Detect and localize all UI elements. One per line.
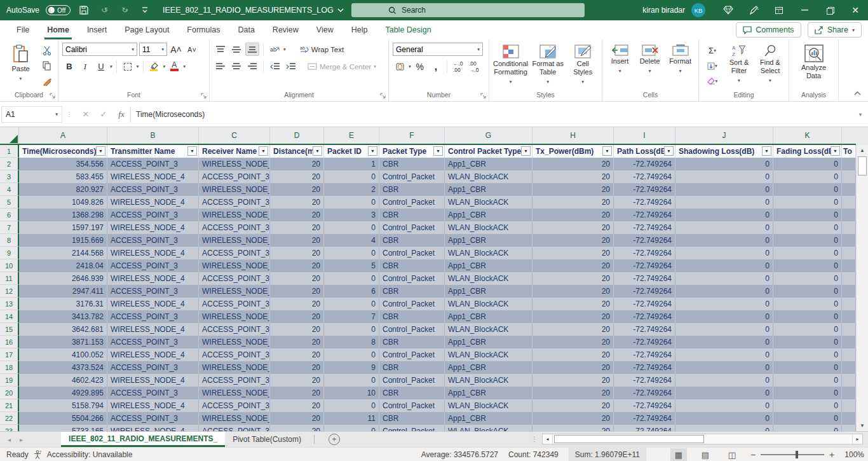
cell-D23[interactable]: 20 (270, 425, 324, 431)
filter-dropdown-icon[interactable]: ▼ (831, 146, 840, 156)
cell-B2[interactable]: ACCESS_POINT_3 (107, 158, 199, 170)
cell-G12[interactable]: App1_CBR (445, 285, 532, 298)
borders-button[interactable] (121, 60, 135, 73)
sheet-tab-pivot-table-custom[interactable]: Pivot Table(Custom) (225, 432, 309, 447)
cell-K5[interactable]: 0 (773, 196, 842, 209)
cell-A7[interactable]: 1597.197 (19, 221, 107, 234)
cell-A16[interactable]: 3871.153 (19, 336, 107, 348)
document-title[interactable]: IEEE_802_11_RADIO_MEASUREMENTS_LOG (163, 0, 344, 20)
cell-E14[interactable]: 7 (324, 310, 379, 323)
tab-view[interactable]: View (308, 20, 342, 39)
align-left-icon[interactable] (214, 60, 227, 73)
column-header-J[interactable]: J (675, 127, 773, 144)
expand-formula-bar-chevron[interactable]: ▾ (853, 111, 868, 118)
cell-K11[interactable]: 0 (773, 272, 842, 285)
cell-F11[interactable]: Control_Packet (379, 272, 445, 285)
cell-H9[interactable]: 20 (532, 247, 614, 259)
cell-F9[interactable]: Control_Packet (379, 247, 445, 259)
cell-I7[interactable]: -72.749264 (614, 221, 675, 234)
cell-E3[interactable]: 0 (324, 170, 379, 183)
cell-H13[interactable]: 20 (532, 298, 614, 310)
cell-partial-2[interactable] (842, 158, 856, 170)
collapse-ribbon-chevron[interactable] (854, 91, 862, 97)
cell-A4[interactable]: 820.927 (19, 183, 107, 196)
quick-access-customize-icon[interactable] (138, 3, 152, 17)
autosum-button[interactable]: Σ▾ (703, 44, 722, 57)
row-number-7[interactable]: 7 (0, 221, 19, 234)
cell-B21[interactable]: WIRELESS_NODE_4 (107, 399, 199, 412)
cell-J3[interactable]: 0 (675, 170, 773, 183)
cell-B15[interactable]: WIRELESS_NODE_4 (107, 323, 199, 336)
cell-D5[interactable]: 20 (270, 196, 324, 209)
cell-D8[interactable]: 20 (270, 234, 324, 247)
tab-page-layout[interactable]: Page Layout (116, 20, 178, 39)
cell-D13[interactable]: 20 (270, 298, 324, 310)
accounting-format-button[interactable] (393, 60, 407, 73)
cell-D3[interactable]: 20 (270, 170, 324, 183)
cell-I8[interactable]: -72.749264 (614, 234, 675, 247)
cell-G9[interactable]: WLAN_BlockACK (445, 247, 532, 259)
cell-C2[interactable]: WIRELESS_NODE_4 (199, 158, 270, 170)
cell-partial-19[interactable] (842, 374, 856, 387)
cell-G16[interactable]: App1_CBR (445, 336, 532, 348)
cell-C14[interactable]: WIRELESS_NODE_4 (199, 310, 270, 323)
cell-E16[interactable]: 8 (324, 336, 379, 348)
name-box[interactable]: A1▾ (1, 106, 62, 123)
cell-J14[interactable]: 0 (675, 310, 773, 323)
cell-I13[interactable]: -72.749264 (614, 298, 675, 310)
cell-E17[interactable]: 0 (324, 348, 379, 361)
cell-H15[interactable]: 20 (532, 323, 614, 336)
cell-I23[interactable]: -72.749264 (614, 425, 675, 431)
cell-K17[interactable]: 0 (773, 348, 842, 361)
zoom-slider-thumb[interactable] (796, 451, 798, 458)
zoom-in-button[interactable]: + (829, 450, 834, 460)
cell-J2[interactable]: 0 (675, 158, 773, 170)
cell-F4[interactable]: CBR (379, 183, 445, 196)
cell-D4[interactable]: 20 (270, 183, 324, 196)
cell-I11[interactable]: -72.749264 (614, 272, 675, 285)
cell-J19[interactable]: 0 (675, 374, 773, 387)
normal-view-icon[interactable]: ▦ (670, 448, 687, 461)
cell-B9[interactable]: WIRELESS_NODE_4 (107, 247, 199, 259)
filter-dropdown-icon[interactable]: ▼ (664, 146, 674, 156)
cut-button[interactable] (40, 44, 54, 57)
cell-H23[interactable]: 20 (532, 425, 614, 431)
cell-partial-13[interactable] (842, 298, 856, 310)
cell-G21[interactable]: WLAN_BlockACK (445, 399, 532, 412)
header-cell-control-packet-type[interactable]: Control Packet Type▼ (445, 145, 532, 158)
column-header-B[interactable]: B (107, 127, 199, 144)
cell-C9[interactable]: ACCESS_POINT_3 (199, 247, 270, 259)
cell-partial-10[interactable] (842, 259, 856, 272)
cell-J6[interactable]: 0 (675, 209, 773, 221)
align-top-icon[interactable] (214, 43, 227, 56)
cell-F10[interactable]: CBR (379, 259, 445, 272)
search-box[interactable]: Search (351, 3, 585, 17)
cell-E21[interactable]: 0 (324, 399, 379, 412)
cell-G13[interactable]: WLAN_BlockACK (445, 298, 532, 310)
cell-B13[interactable]: WIRELESS_NODE_4 (107, 298, 199, 310)
align-bottom-icon[interactable] (245, 43, 259, 56)
tab-table-design[interactable]: Table Design (376, 20, 440, 39)
cell-H22[interactable]: 20 (532, 412, 614, 425)
cell-D18[interactable]: 20 (270, 361, 324, 374)
header-cell-tx-power-dbm[interactable]: Tx_Power(dBm)▼ (532, 145, 614, 158)
horizontal-scroll-thumb[interactable] (554, 435, 704, 443)
clipboard-dialog-launcher[interactable] (50, 93, 56, 99)
cell-J20[interactable]: 0 (675, 387, 773, 399)
minimize-button[interactable] (792, 0, 817, 20)
cell-A6[interactable]: 1368.298 (19, 209, 107, 221)
cell-C21[interactable]: ACCESS_POINT_3 (199, 399, 270, 412)
cell-partial-17[interactable] (842, 348, 856, 361)
font-size-select[interactable]: 11▾ (139, 43, 167, 56)
cell-K3[interactable]: 0 (773, 170, 842, 183)
cell-partial-4[interactable] (842, 183, 856, 196)
cell-A11[interactable]: 2646.939 (19, 272, 107, 285)
cell-B20[interactable]: ACCESS_POINT_3 (107, 387, 199, 399)
font-color-button[interactable]: A (167, 60, 181, 73)
row-number-5[interactable]: 5 (0, 196, 19, 209)
wrap-text-button[interactable]: ab Wrap Text (300, 43, 344, 56)
cell-J13[interactable]: 0 (675, 298, 773, 310)
tab-help[interactable]: Help (342, 20, 377, 39)
cell-G22[interactable]: App1_CBR (445, 412, 532, 425)
cell-H20[interactable]: 20 (532, 387, 614, 399)
